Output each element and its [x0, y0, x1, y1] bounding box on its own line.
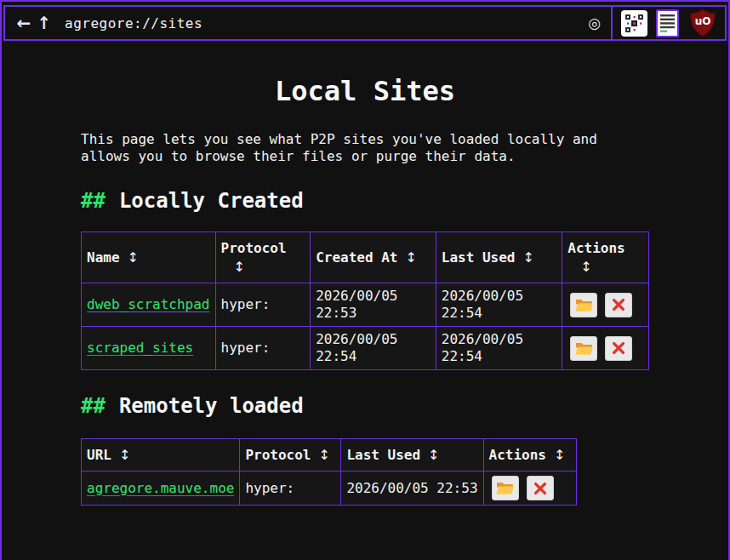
back-button[interactable]: ←	[14, 14, 34, 31]
table-row: dweb_scratchpad hyper: 2026/00/05 22:53 …	[82, 283, 649, 327]
browser-toolbar: ← ↑ agregore://sites ◎	[3, 5, 727, 41]
delete-x-icon	[611, 297, 626, 312]
list-icon	[656, 9, 679, 37]
toolbar-divider	[611, 7, 613, 39]
protocol-cell: hyper:	[215, 327, 311, 370]
svg-text:uO: uO	[695, 15, 711, 27]
delete-x-icon	[611, 340, 626, 356]
toolbar-right-group: ◎	[588, 7, 725, 39]
site-link[interactable]: scraped_sites	[87, 340, 193, 356]
sort-icon: ↕	[128, 249, 139, 266]
site-name-cell: dweb_scratchpad	[82, 283, 216, 327]
delete-site-button[interactable]	[605, 293, 632, 317]
page-title: Local Sites	[81, 75, 649, 107]
actions-cell	[483, 471, 576, 506]
table-header-row: Name↕ Protocol↕ Created At↕ Last Used↕ A…	[82, 232, 649, 283]
protocol-cell: hyper:	[240, 471, 341, 506]
ublock-shield-icon: uO	[687, 9, 718, 37]
open-folder-button[interactable]	[570, 336, 597, 361]
column-header-name[interactable]: Name↕	[82, 232, 216, 283]
column-header-actions[interactable]: Actions↕	[562, 232, 649, 283]
sort-icon: ↕	[405, 249, 416, 266]
column-header-actions[interactable]: Actions↕	[483, 439, 576, 471]
column-header-created-at[interactable]: Created At↕	[311, 232, 436, 283]
folder-icon	[575, 298, 593, 312]
sort-icon: ↕	[522, 249, 533, 266]
site-name-cell: scraped_sites	[82, 327, 216, 370]
archive-list-button[interactable]	[656, 9, 679, 37]
table-row: agregore.mauve.moe hyper: 2026/00/05 22:…	[82, 471, 577, 506]
open-folder-button[interactable]	[570, 293, 597, 317]
last-used-cell: 2026/00/05 22:54	[436, 283, 562, 327]
column-header-protocol[interactable]: Protocol↕	[215, 232, 311, 283]
last-used-cell: 2026/00/05 22:53	[341, 471, 483, 506]
actions-cell	[562, 283, 649, 327]
qr-code-button[interactable]	[621, 10, 647, 37]
site-link[interactable]: agregore.mauve.moe	[87, 480, 234, 496]
column-header-last-used[interactable]: Last Used↕	[436, 232, 562, 283]
url-bar[interactable]: agregore://sites	[65, 15, 202, 31]
section-heading-remotely-loaded: ##Remotely loaded	[81, 394, 649, 418]
page-description: This page lets you see what P2P sites yo…	[81, 131, 649, 165]
created-at-cell: 2026/00/05 22:54	[311, 327, 436, 370]
sort-icon: ↕	[567, 259, 643, 275]
locally-created-table: Name↕ Protocol↕ Created At↕ Last Used↕ A…	[81, 231, 649, 370]
ublock-origin-button[interactable]: uO	[687, 9, 718, 37]
sort-icon: ↕	[318, 447, 329, 463]
column-header-url[interactable]: URL↕	[82, 439, 240, 471]
open-folder-button[interactable]	[492, 476, 519, 500]
sort-icon: ↕	[221, 259, 305, 275]
last-used-cell: 2026/00/05 22:54	[436, 327, 562, 370]
markdown-hash: ##	[81, 394, 106, 418]
column-header-protocol[interactable]: Protocol↕	[240, 439, 341, 471]
markdown-hash: ##	[81, 189, 106, 213]
protocol-cell: hyper:	[215, 283, 311, 327]
folder-icon	[575, 341, 593, 356]
created-at-cell: 2026/00/05 22:53	[311, 283, 436, 327]
qr-code-icon	[621, 10, 647, 37]
folder-icon	[496, 481, 514, 495]
target-icon[interactable]: ◎	[588, 16, 601, 31]
up-button[interactable]: ↑	[34, 14, 54, 31]
column-header-last-used[interactable]: Last Used↕	[341, 439, 483, 471]
section-heading-locally-created: ##Locally Created	[81, 189, 649, 213]
actions-cell	[562, 327, 649, 370]
browser-window: ← ↑ agregore://sites ◎	[0, 0, 730, 560]
delete-site-button[interactable]	[527, 476, 554, 500]
delete-x-icon	[533, 481, 548, 496]
sort-icon: ↕	[428, 447, 439, 463]
remotely-loaded-table: URL↕ Protocol↕ Last Used↕ Actions↕	[81, 438, 577, 506]
site-link[interactable]: dweb_scratchpad	[87, 296, 210, 312]
page-content: Local Sites This page lets you see what …	[81, 75, 649, 506]
table-row: scraped_sites hyper: 2026/00/05 22:54 20…	[82, 327, 649, 370]
site-url-cell: agregore.mauve.moe	[82, 471, 240, 506]
sort-icon: ↕	[554, 447, 565, 463]
sort-icon: ↕	[119, 447, 130, 463]
delete-site-button[interactable]	[605, 336, 632, 361]
table-header-row: URL↕ Protocol↕ Last Used↕ Actions↕	[82, 439, 577, 471]
